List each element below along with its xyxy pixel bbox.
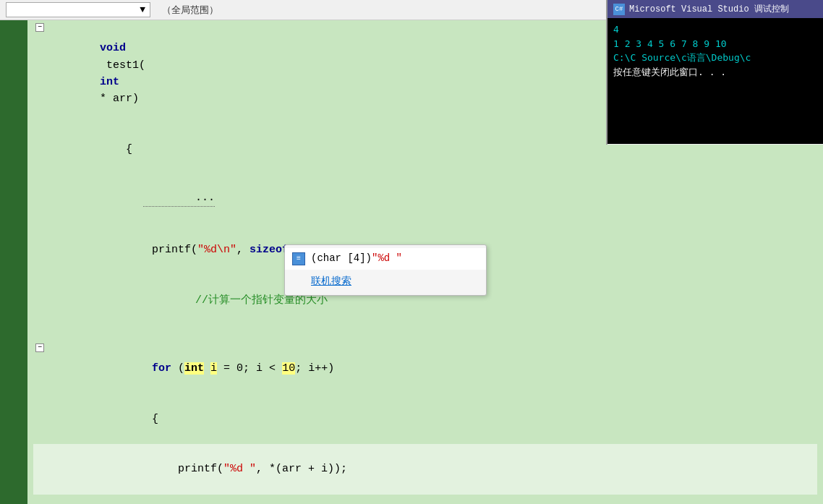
kw-void: void: [100, 42, 126, 54]
collapse-marker-1[interactable]: −: [33, 23, 48, 32]
debug-title: Microsoft Visual Studio 调试控制: [629, 3, 789, 15]
debug-line-1: 4: [613, 22, 817, 37]
dropdown-arrow: ▼: [140, 4, 145, 15]
code-line-9: printf("%d ", *(arr + i));: [33, 444, 817, 495]
collapse-btn-7[interactable]: −: [35, 343, 44, 352]
collapse-marker-7[interactable]: −: [33, 343, 48, 352]
function-dropdown[interactable]: ▼: [6, 2, 150, 17]
debug-titlebar: C# Microsoft Visual Studio 调试控制: [607, 0, 823, 18]
comment-1: //计算一个指针变量的大小: [143, 294, 328, 307]
intellisense-link[interactable]: 联机搜索: [285, 270, 486, 293]
debug-window: C# Microsoft Visual Studio 调试控制 4 1 2 3 …: [606, 0, 823, 145]
intellisense-popup: ≡ (char [4])"%d " 联机搜索: [284, 244, 487, 296]
line-text-7: for (int i = 0; i < 10; i++): [48, 343, 817, 394]
num-10: 10: [282, 362, 295, 375]
debug-content: 4 1 2 3 4 5 6 7 8 9 10 C:\C Source\c语言\D…: [607, 18, 823, 144]
code-line-6: [33, 326, 817, 343]
intellisense-item[interactable]: ≡ (char [4])"%d ": [285, 248, 486, 270]
debug-line-4: 按任意键关闭此窗口. . .: [613, 65, 817, 80]
code-line-8: {: [33, 393, 817, 444]
code-line-7: − for (int i = 0; i < 10; i++): [33, 343, 817, 394]
debug-line-3: C:\C Source\c语言\Debug\c: [613, 51, 817, 65]
line-text-6: [48, 326, 817, 343]
intellisense-item-text: (char [4])"%d ": [311, 251, 402, 267]
line-text-8: {: [48, 393, 817, 444]
line-text-9: printf("%d ", *(arr + i));: [48, 444, 817, 495]
debug-line-2: 1 2 3 4 5 6 7 8 9 10: [613, 37, 817, 51]
line-text-10: }: [48, 495, 817, 504]
code-line-10: }: [33, 495, 817, 504]
left-gutter: [0, 20, 27, 504]
collapse-btn-1[interactable]: −: [35, 23, 44, 32]
line-text-3: ···: [48, 174, 817, 225]
intellisense-value: "%d ": [372, 252, 402, 264]
code-line-3: ···: [33, 174, 817, 225]
debug-titlebar-icon: C#: [613, 4, 625, 15]
intellisense-item-icon: ≡: [292, 252, 305, 265]
intellisense-type: (char [4]): [311, 252, 372, 264]
scope-label: （全局范围）: [156, 2, 224, 18]
kw-int-1: int: [100, 76, 119, 88]
